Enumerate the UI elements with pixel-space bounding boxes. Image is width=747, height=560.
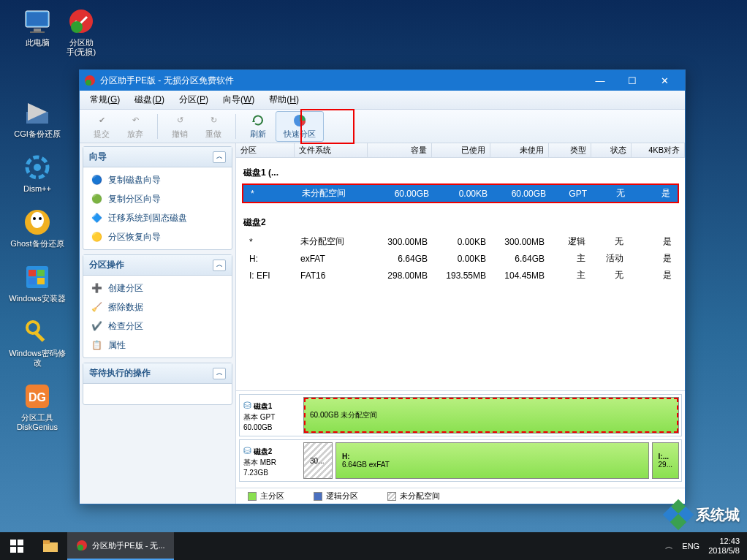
menu-help[interactable]: 帮助(H) [262, 91, 306, 108]
wizard-copy-disk[interactable]: 🔵复制磁盘向导 [88, 170, 227, 189]
svg-rect-3 [30, 31, 45, 33]
toolbar-discard[interactable]: ↶放弃 [119, 111, 151, 142]
close-button[interactable]: ✕ [648, 70, 680, 91]
wipe-icon: 🧹 [90, 300, 103, 314]
op-create-partition[interactable]: ➕创建分区 [88, 279, 227, 298]
collapse-icon[interactable]: ︿ [213, 151, 226, 163]
partition-list: 磁盘1 (... * 未分配空间 60.00GB 0.00KB 60.00GB … [236, 158, 685, 390]
start-button[interactable] [0, 532, 34, 560]
svg-rect-16 [37, 270, 45, 276]
desktop-icon-ghost-backup[interactable]: Ghost备份还原 [9, 207, 66, 249]
disk1-row-unallocated[interactable]: * 未分配空间 60.00GB 0.00KB 60.00GB GPT 无 是 [243, 185, 678, 202]
legend-unallocated: 未分配空间 [387, 491, 440, 502]
desktop-icons-col1: 此电脑 分区助手(无损) CGI备份还原 Dism++ Ghost备份还原 Wi… [9, 6, 66, 432]
wizard-recover-partition[interactable]: 🟡分区恢复向导 [88, 227, 227, 246]
disk1-seg-unallocated[interactable]: 60.00GB 未分配空间 [303, 397, 679, 434]
col-capacity[interactable]: 容量 [368, 143, 432, 157]
collapse-icon[interactable]: ︿ [213, 260, 226, 271]
taskbar-tray: ︿ ENG 12:43 2018/5/8 [658, 537, 747, 556]
col-align[interactable]: 4KB对齐 [632, 143, 685, 157]
svg-rect-28 [18, 540, 23, 545]
toolbar-refresh[interactable]: 刷新 [242, 111, 274, 142]
app-icon [84, 75, 96, 86]
desktop-icon-partition-assistant[interactable]: 分区助手(无损) [66, 6, 96, 57]
desktop-icon-dism[interactable]: Dism++ [9, 152, 66, 194]
panel-wizard-header[interactable]: 向导︿ [83, 147, 232, 167]
create-icon: ➕ [90, 281, 103, 295]
op-properties[interactable]: 📋属性 [88, 336, 227, 355]
check-icon: ✔ [94, 113, 109, 128]
recover-icon: 🟡 [90, 230, 103, 243]
watermark-logo-icon [665, 502, 691, 528]
toolbar-apply[interactable]: ✔提交 [86, 111, 118, 142]
check-icon: ✔️ [90, 319, 103, 333]
col-type[interactable]: 类型 [549, 143, 591, 157]
toolbar-undo[interactable]: ↺撤销 [164, 111, 196, 142]
desktop-icon-windows-password[interactable]: Windows密码修改 [9, 317, 66, 368]
svg-rect-14 [26, 266, 48, 288]
desktop-icon-cgi-backup[interactable]: CGI备份还原 [9, 97, 66, 139]
desktop-icon-windows-installer[interactable]: Windows安装器 [9, 262, 66, 303]
col-status[interactable]: 状态 [591, 143, 632, 157]
col-unused[interactable]: 未使用 [490, 143, 549, 157]
disk2-title[interactable]: 磁盘2 [242, 212, 679, 233]
svg-rect-1 [27, 12, 48, 26]
svg-marker-25 [252, 119, 255, 122]
disk-icon: ⛁ [243, 445, 251, 456]
refresh-icon [251, 113, 265, 128]
app-window: 分区助手PE版 - 无损分区免费软件 — ☐ ✕ 常规(G) 磁盘(D) 分区(… [79, 69, 686, 504]
menu-partition[interactable]: 分区(P) [172, 91, 216, 108]
taskbar: 分区助手PE版 - 无... ︿ ENG 12:43 2018/5/8 [0, 532, 747, 560]
folder-icon [43, 540, 58, 552]
menu-general[interactable]: 常规(G) [83, 91, 127, 108]
menu-disk[interactable]: 磁盘(D) [127, 91, 172, 108]
legend-logical: 逻辑分区 [314, 491, 358, 502]
menubar: 常规(G) 磁盘(D) 分区(P) 向导(W) 帮助(H) [80, 91, 685, 110]
disk2-seg-h[interactable]: H: 6.64GB exFAT [335, 442, 649, 479]
undo-icon: ↺ [172, 113, 187, 128]
maximize-button[interactable]: ☐ [616, 70, 648, 91]
tray-clock[interactable]: 12:43 2018/5/8 [708, 537, 740, 556]
panel-ops-header[interactable]: 分区操作︿ [83, 255, 232, 276]
op-check-partition[interactable]: ✔️检查分区 [88, 317, 227, 336]
column-headers: 分区 文件系统 容量 已使用 未使用 类型 状态 4KB对齐 [236, 143, 685, 158]
taskbar-file-explorer[interactable] [34, 532, 67, 560]
tray-arrow-icon[interactable]: ︿ [665, 541, 673, 552]
desktop-icon-diskgenius[interactable]: DG 分区工具DiskGenius [9, 381, 66, 432]
toolbar-redo[interactable]: ↻重做 [197, 111, 230, 142]
minimize-button[interactable]: — [584, 70, 616, 91]
col-used[interactable]: 已使用 [432, 143, 490, 157]
svg-point-13 [39, 217, 42, 220]
disk2-group: 磁盘2 * 未分配空间 300.00MB 0.00KB 300.00MB 逻辑 … [242, 212, 679, 284]
titlebar[interactable]: 分区助手PE版 - 无损分区免费软件 — ☐ ✕ [80, 70, 685, 91]
taskbar-app-item[interactable]: 分区助手PE版 - 无... [67, 532, 174, 560]
panel-operations: 分区操作︿ ➕创建分区 🧹擦除数据 ✔️检查分区 📋属性 [83, 254, 232, 358]
collapse-icon[interactable]: ︿ [213, 368, 226, 379]
panel-wizard: 向导︿ 🔵复制磁盘向导 🟢复制分区向导 🔷迁移系统到固态磁盘 🟡分区恢复向导 [83, 146, 232, 250]
panel-pending-header[interactable]: 等待执行的操作︿ [83, 363, 232, 384]
disk1-title[interactable]: 磁盘1 (... [242, 162, 679, 183]
disk2-row-i-efi[interactable]: I: EFI FAT16 298.00MB 193.55MB 104.45MB … [242, 267, 679, 284]
col-filesystem[interactable]: 文件系统 [295, 143, 368, 157]
svg-rect-17 [29, 278, 36, 284]
main-area: 分区 文件系统 容量 已使用 未使用 类型 状态 4KB对齐 磁盘1 (... … [236, 143, 685, 504]
desktop-icon-this-pc[interactable]: 此电脑 [9, 6, 66, 48]
tray-language[interactable]: ENG [682, 542, 699, 550]
svg-rect-32 [43, 540, 50, 544]
disk2-row-unallocated[interactable]: * 未分配空间 300.00MB 0.00KB 300.00MB 逻辑 无 是 [242, 233, 679, 250]
wizard-copy-partition[interactable]: 🟢复制分区向导 [88, 189, 227, 208]
op-wipe-data[interactable]: 🧹擦除数据 [88, 298, 227, 317]
redo-icon: ↻ [206, 113, 221, 128]
wizard-migrate-ssd[interactable]: 🔷迁移系统到固态磁盘 [88, 208, 227, 227]
disk2-seg-i[interactable]: I:... 29... [652, 442, 679, 479]
svg-rect-20 [34, 331, 45, 342]
properties-icon: 📋 [90, 338, 103, 352]
disk2-row-h[interactable]: H: exFAT 6.64GB 0.00KB 6.64GB 主 活动 是 [242, 250, 679, 267]
window-title: 分区助手PE版 - 无损分区免费软件 [100, 75, 234, 87]
undo-arrow-icon: ↶ [128, 113, 143, 128]
col-partition[interactable]: 分区 [236, 143, 295, 157]
disk2-seg-unallocated[interactable]: 30... [303, 442, 333, 479]
svg-text:DG: DG [29, 391, 46, 404]
menu-wizard[interactable]: 向导(W) [216, 91, 262, 108]
disk2-info: ⛁ 磁盘2 基本 MBR 7.23GB [242, 442, 300, 479]
